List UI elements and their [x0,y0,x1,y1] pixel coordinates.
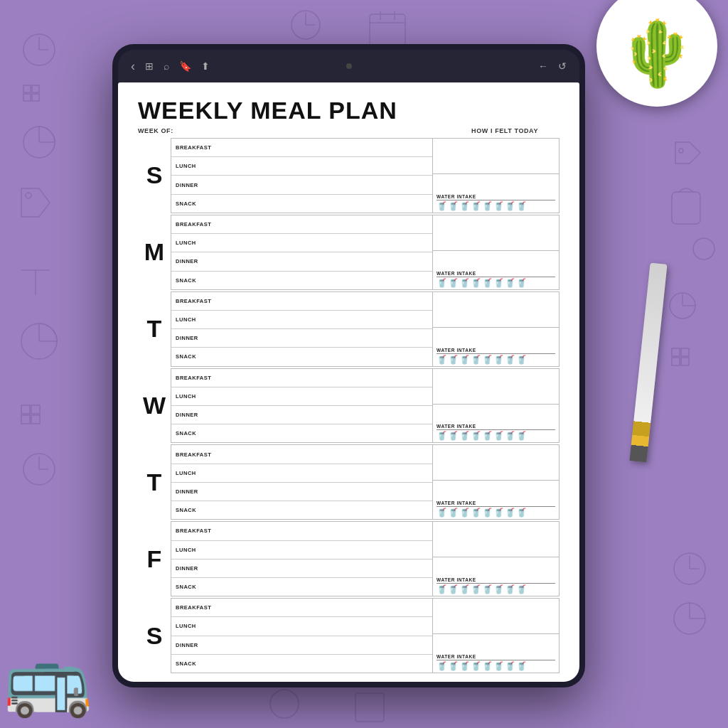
water-cup-icon[interactable]: 🥤 [471,662,481,670]
water-cup-icon[interactable]: 🥤 [448,585,459,594]
water-cup-icon[interactable]: 🥤 [493,355,504,364]
water-cup-icon[interactable]: 🥤 [493,508,504,517]
water-cup-icon[interactable]: 🥤 [448,662,459,670]
water-cup-icon[interactable]: 🥤 [471,432,481,440]
water-cup-icon[interactable]: 🥤 [505,585,515,594]
meal-row[interactable]: DINNER [171,560,432,578]
meal-row[interactable]: LUNCH [171,464,432,483]
how-felt-area[interactable] [433,139,559,174]
water-cup-icon[interactable]: 🥤 [437,585,447,594]
water-cup-icon[interactable]: 🥤 [437,662,447,670]
meal-row[interactable]: DINNER [171,636,432,655]
water-cup-icon[interactable]: 🥤 [471,355,481,364]
meal-row[interactable]: BREAKFAST [171,369,432,387]
water-cup-icon[interactable]: 🥤 [448,355,459,364]
water-cup-icon[interactable]: 🥤 [459,202,470,210]
water-cup-icon[interactable]: 🥤 [516,432,527,440]
meal-row[interactable]: BREAKFAST [171,599,432,617]
water-cup-icon[interactable]: 🥤 [493,202,504,210]
meal-row[interactable]: LUNCH [171,234,432,252]
water-cup-icon[interactable]: 🥤 [493,279,504,287]
meal-row[interactable]: SNACK [171,272,432,289]
water-cup-icon[interactable]: 🥤 [471,585,481,594]
meal-row[interactable]: LUNCH [171,157,432,176]
water-cup-icon[interactable]: 🥤 [482,355,493,364]
water-cup-icon[interactable]: 🥤 [482,585,493,594]
share-icon[interactable]: ⬆ [201,60,210,72]
water-cup-icon[interactable]: 🥤 [516,279,527,287]
water-cup-icon[interactable]: 🥤 [459,279,470,287]
water-cup-icon[interactable]: 🥤 [437,508,447,517]
water-cup-icon[interactable]: 🥤 [482,279,493,287]
how-felt-area[interactable] [433,522,559,557]
grid-icon[interactable]: ⊞ [145,60,154,72]
water-cup-icon[interactable]: 🥤 [459,355,470,364]
back-button[interactable]: ‹ [131,59,135,74]
meal-row[interactable]: LUNCH [171,617,432,636]
water-cup-icon[interactable]: 🥤 [471,279,481,287]
water-cup-icon[interactable]: 🥤 [505,508,515,517]
meal-row[interactable]: BREAKFAST [171,522,432,540]
bookmark-icon[interactable]: 🔖 [179,60,191,72]
how-felt-area[interactable] [433,599,559,634]
how-felt-area[interactable] [433,445,559,481]
meal-row[interactable]: SNACK [171,501,432,519]
water-cup-icon[interactable]: 🥤 [505,202,515,210]
meal-row[interactable]: BREAKFAST [171,292,432,311]
water-cup-icon[interactable]: 🥤 [493,662,504,670]
meal-row[interactable]: LUNCH [171,541,432,560]
water-cup-icon[interactable]: 🥤 [505,662,515,670]
water-cup-icon[interactable]: 🥤 [505,432,515,440]
meal-row[interactable]: DINNER [171,176,432,194]
meal-row[interactable]: DINNER [171,406,432,424]
meal-row[interactable]: SNACK [171,424,432,442]
meal-row[interactable]: SNACK [171,578,432,596]
svg-point-30 [679,149,683,153]
water-cup-icon[interactable]: 🥤 [448,202,459,210]
meal-row[interactable]: LUNCH [171,311,432,329]
how-felt-area[interactable] [433,215,559,251]
meal-row[interactable]: BREAKFAST [171,215,432,234]
water-cup-icon[interactable]: 🥤 [482,202,493,210]
water-cup-icon[interactable]: 🥤 [482,432,493,440]
water-cup-icon[interactable]: 🥤 [471,508,481,517]
search-icon[interactable]: ⌕ [164,60,169,72]
water-cup-icon[interactable]: 🥤 [437,432,447,440]
meal-row[interactable]: LUNCH [171,387,432,406]
water-cup-icon[interactable]: 🥤 [493,432,504,440]
water-cup-icon[interactable]: 🥤 [459,662,470,670]
water-cup-icon[interactable]: 🥤 [516,662,527,670]
meal-row[interactable]: DINNER [171,252,432,271]
water-cup-icon[interactable]: 🥤 [482,662,493,670]
water-cup-icon[interactable]: 🥤 [459,432,470,440]
meal-row[interactable]: DINNER [171,483,432,501]
water-cup-icon[interactable]: 🥤 [448,432,459,440]
meal-row[interactable]: SNACK [171,348,432,365]
meal-row[interactable]: DINNER [171,329,432,348]
day-letter: S [138,138,171,213]
water-cup-icon[interactable]: 🥤 [516,202,527,210]
forward-nav-icon[interactable]: ↺ [558,60,567,72]
how-felt-area[interactable] [433,292,559,328]
water-cup-icon[interactable]: 🥤 [459,508,470,517]
water-cup-icon[interactable]: 🥤 [493,585,504,594]
water-cup-icon[interactable]: 🥤 [448,508,459,517]
water-cup-icon[interactable]: 🥤 [505,279,515,287]
meal-row[interactable]: BREAKFAST [171,445,432,464]
how-felt-area[interactable] [433,369,559,405]
back-nav-icon[interactable]: ← [538,60,548,72]
meal-row[interactable]: BREAKFAST [171,139,432,157]
water-cup-icon[interactable]: 🥤 [437,202,447,210]
water-cup-icon[interactable]: 🥤 [516,585,527,594]
water-cup-icon[interactable]: 🥤 [437,355,447,364]
water-cup-icon[interactable]: 🥤 [437,279,447,287]
water-cup-icon[interactable]: 🥤 [516,355,527,364]
water-cup-icon[interactable]: 🥤 [516,508,527,517]
water-cup-icon[interactable]: 🥤 [448,279,459,287]
meal-row[interactable]: SNACK [171,195,432,213]
meal-row[interactable]: SNACK [171,655,432,673]
water-cup-icon[interactable]: 🥤 [471,202,481,210]
water-cup-icon[interactable]: 🥤 [459,585,470,594]
water-cup-icon[interactable]: 🥤 [505,355,515,364]
water-cup-icon[interactable]: 🥤 [482,508,493,517]
